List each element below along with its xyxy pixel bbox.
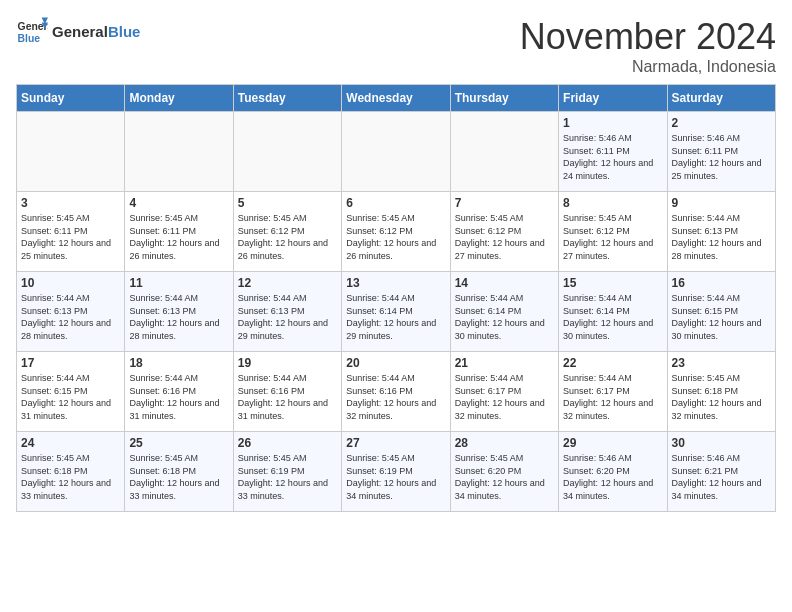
calendar-cell: 1Sunrise: 5:46 AMSunset: 6:11 PMDaylight…	[559, 112, 667, 192]
calendar-cell: 14Sunrise: 5:44 AMSunset: 6:14 PMDayligh…	[450, 272, 558, 352]
day-info: Sunrise: 5:44 AMSunset: 6:16 PMDaylight:…	[238, 372, 337, 422]
day-number: 30	[672, 436, 771, 450]
calendar-cell: 6Sunrise: 5:45 AMSunset: 6:12 PMDaylight…	[342, 192, 450, 272]
weekday-header-tuesday: Tuesday	[233, 85, 341, 112]
calendar-week-1: 1Sunrise: 5:46 AMSunset: 6:11 PMDaylight…	[17, 112, 776, 192]
day-number: 19	[238, 356, 337, 370]
day-number: 4	[129, 196, 228, 210]
day-info: Sunrise: 5:45 AMSunset: 6:18 PMDaylight:…	[21, 452, 120, 502]
day-info: Sunrise: 5:44 AMSunset: 6:13 PMDaylight:…	[672, 212, 771, 262]
day-info: Sunrise: 5:44 AMSunset: 6:15 PMDaylight:…	[672, 292, 771, 342]
day-info: Sunrise: 5:45 AMSunset: 6:12 PMDaylight:…	[238, 212, 337, 262]
calendar-week-3: 10Sunrise: 5:44 AMSunset: 6:13 PMDayligh…	[17, 272, 776, 352]
calendar-cell: 8Sunrise: 5:45 AMSunset: 6:12 PMDaylight…	[559, 192, 667, 272]
calendar-cell	[233, 112, 341, 192]
calendar-cell: 9Sunrise: 5:44 AMSunset: 6:13 PMDaylight…	[667, 192, 775, 272]
calendar-cell: 18Sunrise: 5:44 AMSunset: 6:16 PMDayligh…	[125, 352, 233, 432]
day-info: Sunrise: 5:45 AMSunset: 6:18 PMDaylight:…	[672, 372, 771, 422]
day-number: 3	[21, 196, 120, 210]
day-info: Sunrise: 5:44 AMSunset: 6:15 PMDaylight:…	[21, 372, 120, 422]
calendar-cell: 28Sunrise: 5:45 AMSunset: 6:20 PMDayligh…	[450, 432, 558, 512]
day-info: Sunrise: 5:46 AMSunset: 6:21 PMDaylight:…	[672, 452, 771, 502]
day-info: Sunrise: 5:44 AMSunset: 6:14 PMDaylight:…	[455, 292, 554, 342]
day-info: Sunrise: 5:44 AMSunset: 6:13 PMDaylight:…	[129, 292, 228, 342]
day-number: 11	[129, 276, 228, 290]
location-title: Narmada, Indonesia	[520, 58, 776, 76]
weekday-header-friday: Friday	[559, 85, 667, 112]
day-info: Sunrise: 5:44 AMSunset: 6:14 PMDaylight:…	[346, 292, 445, 342]
weekday-header-monday: Monday	[125, 85, 233, 112]
calendar-cell: 15Sunrise: 5:44 AMSunset: 6:14 PMDayligh…	[559, 272, 667, 352]
day-info: Sunrise: 5:44 AMSunset: 6:17 PMDaylight:…	[563, 372, 662, 422]
day-number: 10	[21, 276, 120, 290]
calendar-week-4: 17Sunrise: 5:44 AMSunset: 6:15 PMDayligh…	[17, 352, 776, 432]
day-number: 13	[346, 276, 445, 290]
day-info: Sunrise: 5:44 AMSunset: 6:17 PMDaylight:…	[455, 372, 554, 422]
calendar-cell	[342, 112, 450, 192]
day-info: Sunrise: 5:44 AMSunset: 6:16 PMDaylight:…	[346, 372, 445, 422]
weekday-header-saturday: Saturday	[667, 85, 775, 112]
calendar-cell: 10Sunrise: 5:44 AMSunset: 6:13 PMDayligh…	[17, 272, 125, 352]
day-number: 8	[563, 196, 662, 210]
calendar-cell: 5Sunrise: 5:45 AMSunset: 6:12 PMDaylight…	[233, 192, 341, 272]
calendar-cell: 3Sunrise: 5:45 AMSunset: 6:11 PMDaylight…	[17, 192, 125, 272]
day-number: 21	[455, 356, 554, 370]
calendar-cell: 29Sunrise: 5:46 AMSunset: 6:20 PMDayligh…	[559, 432, 667, 512]
calendar-cell	[450, 112, 558, 192]
day-number: 5	[238, 196, 337, 210]
calendar-cell: 12Sunrise: 5:44 AMSunset: 6:13 PMDayligh…	[233, 272, 341, 352]
calendar-cell: 7Sunrise: 5:45 AMSunset: 6:12 PMDaylight…	[450, 192, 558, 272]
calendar-cell: 19Sunrise: 5:44 AMSunset: 6:16 PMDayligh…	[233, 352, 341, 432]
day-info: Sunrise: 5:45 AMSunset: 6:11 PMDaylight:…	[129, 212, 228, 262]
calendar-cell: 16Sunrise: 5:44 AMSunset: 6:15 PMDayligh…	[667, 272, 775, 352]
day-number: 14	[455, 276, 554, 290]
calendar-cell	[17, 112, 125, 192]
svg-text:Blue: Blue	[18, 33, 41, 44]
calendar-cell: 17Sunrise: 5:44 AMSunset: 6:15 PMDayligh…	[17, 352, 125, 432]
day-info: Sunrise: 5:44 AMSunset: 6:16 PMDaylight:…	[129, 372, 228, 422]
calendar-header: SundayMondayTuesdayWednesdayThursdayFrid…	[17, 85, 776, 112]
calendar-cell: 20Sunrise: 5:44 AMSunset: 6:16 PMDayligh…	[342, 352, 450, 432]
day-info: Sunrise: 5:46 AMSunset: 6:20 PMDaylight:…	[563, 452, 662, 502]
calendar-week-5: 24Sunrise: 5:45 AMSunset: 6:18 PMDayligh…	[17, 432, 776, 512]
day-number: 15	[563, 276, 662, 290]
day-number: 26	[238, 436, 337, 450]
day-number: 17	[21, 356, 120, 370]
calendar-cell: 24Sunrise: 5:45 AMSunset: 6:18 PMDayligh…	[17, 432, 125, 512]
calendar-cell: 26Sunrise: 5:45 AMSunset: 6:19 PMDayligh…	[233, 432, 341, 512]
logo: General Blue GeneralBlue	[16, 16, 140, 48]
day-info: Sunrise: 5:45 AMSunset: 6:20 PMDaylight:…	[455, 452, 554, 502]
logo-icon: General Blue	[16, 16, 48, 48]
title-area: November 2024 Narmada, Indonesia	[520, 16, 776, 76]
day-number: 23	[672, 356, 771, 370]
calendar-cell: 11Sunrise: 5:44 AMSunset: 6:13 PMDayligh…	[125, 272, 233, 352]
calendar-cell: 2Sunrise: 5:46 AMSunset: 6:11 PMDaylight…	[667, 112, 775, 192]
day-info: Sunrise: 5:45 AMSunset: 6:19 PMDaylight:…	[238, 452, 337, 502]
day-number: 22	[563, 356, 662, 370]
month-title: November 2024	[520, 16, 776, 58]
day-info: Sunrise: 5:45 AMSunset: 6:18 PMDaylight:…	[129, 452, 228, 502]
day-info: Sunrise: 5:45 AMSunset: 6:12 PMDaylight:…	[455, 212, 554, 262]
day-number: 24	[21, 436, 120, 450]
calendar-cell: 25Sunrise: 5:45 AMSunset: 6:18 PMDayligh…	[125, 432, 233, 512]
calendar-cell: 4Sunrise: 5:45 AMSunset: 6:11 PMDaylight…	[125, 192, 233, 272]
calendar-cell: 30Sunrise: 5:46 AMSunset: 6:21 PMDayligh…	[667, 432, 775, 512]
weekday-header-sunday: Sunday	[17, 85, 125, 112]
calendar-cell: 22Sunrise: 5:44 AMSunset: 6:17 PMDayligh…	[559, 352, 667, 432]
day-info: Sunrise: 5:45 AMSunset: 6:12 PMDaylight:…	[563, 212, 662, 262]
weekday-header-row: SundayMondayTuesdayWednesdayThursdayFrid…	[17, 85, 776, 112]
calendar-cell: 21Sunrise: 5:44 AMSunset: 6:17 PMDayligh…	[450, 352, 558, 432]
day-number: 27	[346, 436, 445, 450]
weekday-header-wednesday: Wednesday	[342, 85, 450, 112]
day-number: 7	[455, 196, 554, 210]
day-number: 16	[672, 276, 771, 290]
day-number: 9	[672, 196, 771, 210]
day-number: 20	[346, 356, 445, 370]
page-header: General Blue GeneralBlue November 2024 N…	[16, 16, 776, 76]
calendar-cell	[125, 112, 233, 192]
day-info: Sunrise: 5:46 AMSunset: 6:11 PMDaylight:…	[563, 132, 662, 182]
logo-text: GeneralBlue	[52, 23, 140, 41]
day-info: Sunrise: 5:44 AMSunset: 6:14 PMDaylight:…	[563, 292, 662, 342]
day-info: Sunrise: 5:45 AMSunset: 6:19 PMDaylight:…	[346, 452, 445, 502]
calendar-cell: 13Sunrise: 5:44 AMSunset: 6:14 PMDayligh…	[342, 272, 450, 352]
